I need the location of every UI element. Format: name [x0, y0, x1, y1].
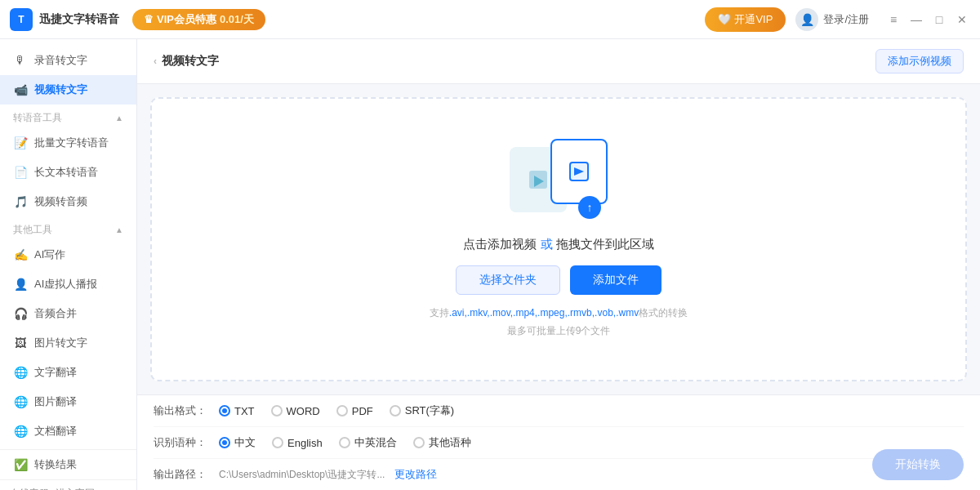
sidebar-item-audio-to-text[interactable]: 🎙 录音转文字: [0, 46, 136, 75]
mic-icon: 🎙: [13, 53, 28, 68]
upload-icon-wrapper: ↑: [510, 139, 608, 220]
results-icon: ✅: [13, 457, 28, 472]
avatar: 👤: [795, 8, 818, 31]
sidebar-label-batch-tts: 批量文字转语音: [34, 136, 109, 150]
open-vip-button[interactable]: 🤍 开通VIP: [705, 7, 786, 32]
file-icon-front: [550, 139, 608, 204]
title-bar-right: 🤍 开通VIP 👤 登录/注册 ≡ — □ ✕: [705, 7, 970, 32]
sidebar-label-image-to-text: 图片转文字: [34, 336, 87, 350]
content-area: ‹ 视频转文字 添加示例视频: [137, 39, 980, 490]
lang-mixed-radio[interactable]: [339, 437, 350, 448]
upload-prompt-text: 点击添加视频 或 拖拽文件到此区域: [463, 237, 653, 252]
sidebar-label-text-translate: 文字翻译: [34, 365, 77, 380]
breadcrumb-arrow: ‹: [154, 56, 157, 67]
sidebar-label-ai-writing: AI写作: [34, 247, 65, 262]
upload-arrow-icon: ↑: [578, 196, 601, 219]
lang-other[interactable]: 其他语种: [413, 435, 471, 450]
audio-merge-icon: 🎧: [13, 306, 28, 321]
start-convert-button[interactable]: 开始转换: [872, 449, 964, 480]
sidebar-item-image-to-text[interactable]: 🖼 图片转文字: [0, 328, 136, 358]
lang-english-radio[interactable]: [272, 437, 283, 448]
lang-chinese-radio[interactable]: [219, 437, 230, 448]
sidebar-item-doc-translate[interactable]: 🌐 文档翻译: [0, 416, 136, 446]
long-text-icon: 📄: [13, 165, 28, 180]
lang-chinese[interactable]: 中文: [219, 435, 256, 450]
sidebar-item-convert-results[interactable]: ✅ 转换结果: [0, 449, 136, 479]
vip-banner[interactable]: ♛ VIP会员特惠 0.01/天: [132, 9, 265, 30]
sidebar-label-video-audio: 视频转音频: [34, 194, 87, 209]
format-row: 输出格式： TXT WORD: [154, 395, 964, 427]
change-path-link[interactable]: 更改路径: [394, 467, 437, 482]
upload-hint-limit: 最多可批量上传9个文件: [430, 323, 688, 341]
heart-icon: 🤍: [718, 13, 731, 25]
sidebar-item-audio-merge[interactable]: 🎧 音频合并: [0, 299, 136, 328]
lang-other-radio[interactable]: [413, 437, 425, 448]
sidebar-item-ai-writing[interactable]: ✍ AI写作: [0, 240, 136, 270]
language-row: 识别语种： 中文 English: [154, 427, 964, 459]
output-path-value: C:\Users\admin\Desktop\迅捷文字转...: [219, 468, 385, 482]
format-word[interactable]: WORD: [271, 405, 320, 417]
sidebar-item-long-tts[interactable]: 📄 长文本转语音: [0, 158, 136, 187]
section-other-arrow: ▲: [115, 225, 123, 234]
official-site-link[interactable]: 进入官网: [56, 487, 95, 490]
format-txt-radio[interactable]: [219, 405, 230, 416]
video-icon: 📹: [13, 82, 28, 97]
maximize-button[interactable]: □: [931, 11, 947, 28]
path-label: 输出路径：: [154, 467, 219, 482]
format-srt[interactable]: SRT(字幕): [390, 403, 454, 418]
sidebar-label-audio-merge: 音频合并: [34, 306, 77, 321]
sidebar-label-long-tts: 长文本转语音: [34, 165, 98, 180]
translate-image-icon: 🌐: [13, 394, 28, 409]
online-support-link[interactable]: 在线客服: [10, 487, 49, 490]
section-tts-header: 转语音工具 ▲: [0, 105, 136, 128]
ai-write-icon: ✍: [13, 247, 28, 262]
upload-buttons: 选择文件夹 添加文件: [456, 265, 662, 295]
title-bar: T 迅捷文字转语音 ♛ VIP会员特惠 0.01/天 🤍 开通VIP 👤 登录/…: [0, 0, 980, 39]
select-folder-button[interactable]: 选择文件夹: [456, 265, 560, 295]
page-title: 视频转文字: [162, 54, 219, 69]
sidebar-item-ai-avatar[interactable]: 👤 AI虚拟人播报: [0, 270, 136, 299]
format-txt[interactable]: TXT: [219, 405, 255, 417]
format-label: 输出格式：: [154, 403, 219, 418]
sidebar-item-video-to-text[interactable]: 📹 视频转文字: [0, 75, 136, 105]
format-word-radio[interactable]: [271, 405, 283, 416]
upload-zone[interactable]: ↑ 点击添加视频 或 拖拽文件到此区域 选择文件夹 添加文件 支持.avi,.m…: [150, 97, 967, 381]
sidebar-label-results: 转换结果: [34, 457, 77, 472]
section-other-label: 其他工具: [13, 223, 52, 237]
add-file-button[interactable]: 添加文件: [570, 265, 662, 295]
sidebar-label-image-translate: 图片翻译: [34, 394, 77, 409]
path-row: 输出路径： C:\Users\admin\Desktop\迅捷文字转... 更改…: [154, 459, 964, 490]
sidebar-item-batch-tts[interactable]: 📝 批量文字转语音: [0, 128, 136, 158]
sidebar-footer: 在线客服 进入官网: [0, 479, 136, 490]
format-pdf-radio[interactable]: [336, 405, 348, 416]
app-title: 迅捷文字转语音: [39, 12, 119, 27]
close-button[interactable]: ✕: [954, 11, 970, 28]
login-button[interactable]: 👤 登录/注册: [795, 8, 869, 31]
format-pdf[interactable]: PDF: [336, 405, 373, 417]
breadcrumb: ‹ 视频转文字: [154, 54, 219, 69]
lang-english[interactable]: English: [272, 437, 323, 449]
content-header: ‹ 视频转文字 添加示例视频: [137, 39, 980, 84]
sidebar-item-video-to-audio[interactable]: 🎵 视频转音频: [0, 187, 136, 216]
image-text-icon: 🖼: [13, 336, 28, 350]
vip-price: 0.01/天: [220, 12, 254, 27]
app-logo: T: [10, 8, 33, 31]
minimize-button[interactable]: —: [908, 11, 924, 28]
video-audio-icon: 🎵: [13, 194, 28, 209]
add-example-button[interactable]: 添加示例视频: [875, 49, 964, 74]
section-tts-label: 转语音工具: [13, 111, 62, 125]
format-srt-radio[interactable]: [390, 405, 401, 416]
section-tts-arrow: ▲: [115, 114, 123, 122]
menu-button[interactable]: ≡: [885, 11, 902, 28]
vip-banner-text: VIP会员特惠: [157, 12, 216, 27]
sidebar-label-video-to-text: 视频转文字: [34, 82, 87, 97]
sidebar-item-image-translate[interactable]: 🌐 图片翻译: [0, 387, 136, 416]
sidebar-label-doc-translate: 文档翻译: [34, 424, 77, 439]
sidebar-item-text-translate[interactable]: 🌐 文字翻译: [0, 358, 136, 387]
ai-avatar-icon: 👤: [13, 277, 28, 292]
window-controls: ≡ — □ ✕: [885, 11, 970, 28]
sidebar: 🎙 录音转文字 📹 视频转文字 转语音工具 ▲ 📝 批量文字转语音 📄 长文本转…: [0, 39, 137, 490]
lang-mixed[interactable]: 中英混合: [339, 435, 397, 450]
language-label: 识别语种：: [154, 435, 219, 450]
upload-hint: 支持.avi,.mkv,.mov,.mp4,.mpeg,.rmvb,.vob,.…: [430, 305, 688, 340]
